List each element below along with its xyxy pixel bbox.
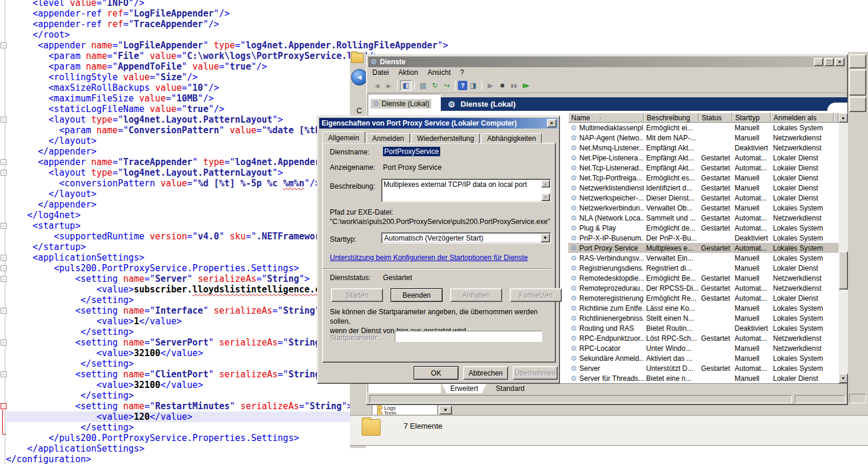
fold-marker[interactable]: - <box>1 117 6 123</box>
fold-marker[interactable]: - <box>1 170 6 176</box>
table-row[interactable]: ⚙Registrierungsdiens...Registriert di...… <box>568 263 838 273</box>
scrollbar-thumb[interactable] <box>838 251 848 289</box>
back-icon[interactable]: ◄ <box>371 80 383 91</box>
menu-item-ansicht[interactable]: Ansicht <box>422 68 455 77</box>
services-list[interactable]: Name▲BeschreibungStatusStarttypAnmelden … <box>568 113 848 383</box>
column-header-starttyp[interactable]: Starttyp <box>732 113 771 123</box>
table-row[interactable]: ⚙Port Proxy ServiceMultiplexes e...Gesta… <box>568 243 838 253</box>
table-row[interactable]: ⚙Routing und RASBietet Routin...Deaktivi… <box>568 323 838 333</box>
table-row[interactable]: ⚙Plug & PlayErmöglicht de...GestartetAut… <box>568 223 838 233</box>
table-row[interactable]: ⚙Net.Tcp-Listenerad...Empfängt Akt...Ges… <box>568 163 838 173</box>
vertical-scrollbar[interactable]: ▲ ▼ <box>838 113 848 383</box>
starttyp-combobox[interactable]: Automatisch (Verzögerter Start) ▼ <box>381 232 551 243</box>
table-row[interactable]: ⚙Net.Tcp-Portfreiga...Ermöglicht es...Ge… <box>568 173 838 183</box>
folder-icon-large <box>362 419 381 436</box>
column-header-anmeldenals[interactable]: Anmelden als <box>771 113 834 123</box>
table-row[interactable]: ⚙NLA (Network Loca...Sammelt und ...Gest… <box>568 213 838 223</box>
properties-icon[interactable]: ▤ <box>417 80 429 91</box>
table-row[interactable]: ⚙Server für Threads...Bietet eine n...Ma… <box>568 373 838 383</box>
table-row[interactable]: ⚙Sekundäre Anmeld...Aktiviert das ...Man… <box>568 353 838 363</box>
explorer-back-button[interactable]: ◄ <box>351 69 368 85</box>
pause-service-icon[interactable]: ▮▮ <box>508 80 520 91</box>
beschreibung-field[interactable]: Multiplexes external TCP/IP data on loca… <box>381 179 551 202</box>
restart-service-icon[interactable]: ▮▶ <box>520 80 532 91</box>
fold-marker[interactable]: - <box>1 276 6 282</box>
table-row[interactable]: ⚙Net.Pipe-Listenera...Empfängt Akt...Ges… <box>568 153 838 163</box>
close-button[interactable]: × <box>835 58 844 66</box>
stop-service-icon[interactable]: ■ <box>496 80 508 91</box>
fold-marker[interactable]: - <box>1 308 6 314</box>
dienstname-value[interactable]: PortProxyService <box>383 147 440 156</box>
menu-item-?[interactable]: ? <box>456 68 469 77</box>
table-row[interactable]: ⚙Netzwerkverbindun...Verwaltet Ob...Gest… <box>568 203 838 213</box>
dialog-title: Eigenschaften von Port Proxy Service (Lo… <box>322 119 517 127</box>
table-row[interactable]: ⚙Net.Msmq-Listener...Empfängt Akt...Deak… <box>568 143 838 153</box>
scroll-up-button[interactable]: ▲ <box>838 113 848 123</box>
tab-allgemein[interactable]: Allgemein <box>322 131 365 143</box>
titlebar[interactable]: ⚙ Dienste _□× <box>368 57 846 67</box>
show-console-tree-icon[interactable]: ◧ <box>400 80 412 91</box>
code-line[interactable]: <level value="INFO"/> <box>6 0 419 8</box>
refresh-icon[interactable]: ↻ <box>429 80 441 91</box>
minimize-button[interactable]: _ <box>814 58 823 66</box>
scroll-down-button[interactable]: ▼ <box>838 373 848 383</box>
service-gear-icon: ⚙ <box>373 100 379 107</box>
table-row[interactable]: ⚙Richtlinie zum Entfe...Lässt eine Ko...… <box>568 303 838 313</box>
column-header-status[interactable]: Status <box>699 113 732 123</box>
code-line[interactable]: <appender-ref ref="TraceAppender"/> <box>6 19 419 29</box>
abbrechen-button[interactable]: Abbrechen <box>463 366 508 380</box>
close-icon[interactable]: × <box>547 119 556 127</box>
chevron-down-icon[interactable]: ▼ <box>541 233 550 242</box>
table-row[interactable]: ⚙RemoteregistrierungErmöglicht Re...Gest… <box>568 293 838 303</box>
tab-wiederherstellung[interactable]: Wiederherstellung <box>411 133 480 143</box>
tab-abhängigkeiten[interactable]: Abhängigkeiten <box>481 133 542 143</box>
beenden-button[interactable]: Beenden <box>391 288 443 302</box>
fold-marker[interactable]: - <box>1 340 6 345</box>
dialog-buttons: OKAbbrechenÜbernehmen <box>414 366 558 380</box>
code-line[interactable]: </configuration> <box>6 454 419 464</box>
fold-marker[interactable]: - <box>1 371 6 377</box>
column-header-beschreibung[interactable]: Beschreibung <box>644 113 699 123</box>
fold-marker[interactable]: - <box>1 255 6 261</box>
table-row[interactable]: ⚙NetzwerklistendienstIdentifiziert d...G… <box>568 183 838 193</box>
folder-item[interactable]: Logs <box>372 405 437 410</box>
fold-marker-red[interactable]: - <box>1 403 6 409</box>
forward-icon[interactable]: ► <box>383 80 395 91</box>
maximize-button[interactable]: □ <box>824 58 834 66</box>
tree-item-dienste-lokal[interactable]: ⚙ Dienste (Lokal) <box>371 99 431 108</box>
fold-marker[interactable]: - <box>1 42 6 48</box>
help-icon[interactable]: ? <box>458 81 467 90</box>
export-list-icon[interactable]: ↪ <box>441 80 453 91</box>
fold-marker[interactable]: - <box>1 265 6 271</box>
dialog-titlebar[interactable]: Eigenschaften von Port Proxy Service (Lo… <box>319 118 558 129</box>
table-row[interactable]: ⚙RPC-LocatorUnter Windo...ManuellNetzwer… <box>568 343 838 353</box>
table-row[interactable]: ⚙RPC-Endpunktzuor...Löst RPC-Sch...Gesta… <box>568 333 838 343</box>
table-row[interactable]: ⚙Remoteprozedurau...Der RPCSS-Di...Gesta… <box>568 283 838 293</box>
code-line[interactable]: </root> <box>6 29 419 40</box>
startoptions-help-link[interactable]: Unterstützung beim Konfigurieren der Sta… <box>330 254 528 262</box>
start-service-icon[interactable]: ▶ <box>484 80 496 91</box>
table-row[interactable]: ⚙Richtlinienergebniss...Stellt einen N..… <box>568 313 838 323</box>
table-row[interactable]: ⚙PnP-X-IP-Busenum...Der PnP-X-Bu...Deakt… <box>568 233 838 243</box>
fold-marker[interactable]: - <box>1 159 6 165</box>
view-tab-erweitert[interactable]: Erweitert <box>442 384 486 393</box>
table-row[interactable]: ⚙Remotedesktopdie...Ermöglicht Be...Gest… <box>568 273 838 283</box>
table-row[interactable]: ⚙NAP-Agent (Netwo...Mit dem NAP-...Manue… <box>568 133 838 143</box>
table-row[interactable]: ⚙ServerUnterstützt D...GestartetAutomat.… <box>568 363 838 373</box>
extended-view-icon[interactable]: ◨ <box>467 80 479 91</box>
code-line[interactable]: <appender name="LogFileAppender" type="l… <box>6 40 419 51</box>
column-header-name[interactable]: Name▲ <box>568 113 644 123</box>
folder-item[interactable]: Tools <box>372 410 437 414</box>
table-row[interactable]: ⚙Netzwerkspeicher-...Dieser Dienst...Ges… <box>568 193 838 203</box>
menu-item-aktion[interactable]: Aktion <box>394 68 422 77</box>
dropdown-button[interactable]: ▼ <box>439 406 452 414</box>
view-tab-standard[interactable]: Standard <box>487 384 533 393</box>
ok-button[interactable]: OK <box>414 366 458 380</box>
fold-marker[interactable]: - <box>1 223 6 229</box>
code-line[interactable]: <appender-ref ref="LogFileAppender"/> <box>6 8 419 19</box>
cell-anmelden: Lokaler Dienst <box>773 184 818 192</box>
menu-item-datei[interactable]: Datei <box>368 68 394 77</box>
table-row[interactable]: ⚙Multimediaklassenpl...Ermöglicht ei...M… <box>568 123 838 133</box>
tab-anmelden[interactable]: Anmelden <box>366 133 410 143</box>
table-row[interactable]: ⚙RAS-Verbindungsv...Verwaltet Ein...Manu… <box>568 253 838 263</box>
